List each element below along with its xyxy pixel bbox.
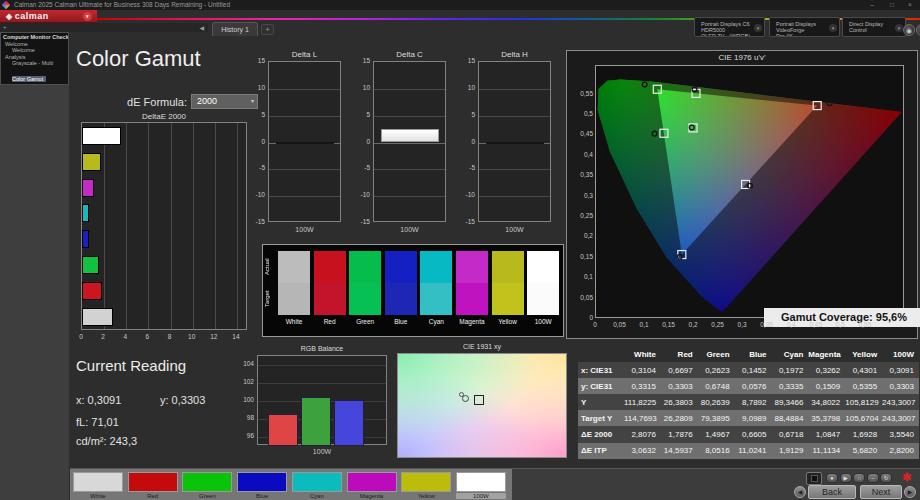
table-cell: 114,7693 bbox=[624, 414, 661, 423]
profile-icon-button[interactable]: ◉ bbox=[903, 24, 915, 36]
tab-history-1[interactable]: History 1 bbox=[212, 22, 258, 36]
transport-button-3[interactable]: − bbox=[867, 473, 879, 483]
next-arrow-icon[interactable]: ▶ bbox=[904, 486, 916, 498]
menu-dropdown-icon[interactable]: ▾ bbox=[83, 12, 92, 21]
delta_c-y-tick: -15 bbox=[358, 218, 370, 225]
swatch-label: Blue bbox=[385, 318, 417, 325]
pattern-patch-green[interactable] bbox=[182, 472, 232, 492]
table-row-y: Y111,822526,380380,26398,789289,346634,8… bbox=[578, 394, 919, 410]
cie1976-y-tick: 0,05 bbox=[569, 294, 593, 301]
delta_l-y-tick: 10 bbox=[253, 84, 265, 91]
table-header-cell: Blue bbox=[735, 350, 772, 359]
meter-device-button[interactable]: Portrait Displays C6 HDR5000 OLED TV - (… bbox=[694, 17, 765, 37]
cie1976-plot: Gamut Coverage: 95,6% bbox=[595, 65, 904, 318]
table-row-label: Y bbox=[578, 398, 624, 407]
delta_c-y-tick: -10 bbox=[358, 191, 370, 198]
next-button[interactable]: Next bbox=[860, 485, 902, 499]
calman-logo-button[interactable]: ◈calman ▾ bbox=[0, 10, 97, 23]
pattern-patch-white[interactable] bbox=[73, 472, 123, 492]
meter-device-label: Portrait Displays C6 HDR5000 bbox=[701, 21, 750, 33]
rgb-balance-xlabel: 100W bbox=[257, 448, 387, 455]
delta_h-y-tick: 10 bbox=[463, 84, 475, 91]
cie1976-y-tick: 0,3 bbox=[569, 192, 593, 199]
transport-button-0[interactable]: ● bbox=[826, 473, 838, 483]
pattern-patch-cyan[interactable] bbox=[292, 472, 342, 492]
pattern-patch-label: Yellow bbox=[401, 493, 451, 499]
pattern-patch-yellow[interactable] bbox=[401, 472, 451, 492]
table-cell: 89,3466 bbox=[771, 398, 808, 407]
collapse-sidebar-icon[interactable]: ◀ bbox=[199, 24, 204, 31]
table-cell: 9,0989 bbox=[735, 414, 772, 423]
delta_c-y-tick: -5 bbox=[358, 164, 370, 171]
pattern-patch-red[interactable] bbox=[128, 472, 178, 492]
rgb-balance-title: RGB Balance bbox=[257, 345, 387, 352]
cie1976-y-tick: 0,15 bbox=[569, 253, 593, 260]
workflow-item-color-gamut[interactable]: Color Gamut bbox=[12, 76, 46, 82]
table-cell: 88,4884 bbox=[771, 414, 808, 423]
cie1976-x-tick: 0,05 bbox=[608, 321, 632, 328]
swatch-label: 100W bbox=[527, 318, 559, 325]
swatch-label: Cyan bbox=[420, 318, 452, 325]
cie1976-x-tick: 0,5 bbox=[828, 321, 852, 328]
generator-dropdown-icon[interactable]: ▾ bbox=[829, 24, 837, 32]
sidebar-header-bar: + ◀ bbox=[0, 23, 208, 32]
delta-c-plot bbox=[373, 61, 446, 222]
table-cell: 1,7876 bbox=[661, 430, 698, 439]
deltae-bar-blue bbox=[82, 230, 89, 248]
swatch-target-red bbox=[314, 283, 346, 315]
delta_l-y-tick: 5 bbox=[253, 111, 265, 118]
de-formula-select[interactable]: 2000 ▾ bbox=[191, 94, 258, 109]
rgb-y-tick: 102 bbox=[240, 378, 254, 385]
delta_c-y-tick: 0 bbox=[358, 138, 370, 145]
cie1976-y-tick: 0,1 bbox=[569, 273, 593, 280]
cie1976-panel: CIE 1976 u'v' bbox=[566, 50, 918, 339]
display-dropdown-icon[interactable]: ▾ bbox=[895, 24, 903, 32]
workflow-tree: Computer Monitor Check 1.1... WelcomeWel… bbox=[0, 32, 69, 85]
current-reading-heading: Current Reading bbox=[76, 357, 186, 374]
table-cell: 79,3895 bbox=[698, 414, 735, 423]
display-status-indicator bbox=[844, 19, 847, 35]
delta_l-y-tick: -10 bbox=[253, 191, 265, 198]
stop-measure-button[interactable] bbox=[806, 472, 822, 485]
close-button[interactable]: × bbox=[902, 0, 918, 10]
delta_c-bar bbox=[381, 129, 439, 142]
table-cell: 0,1972 bbox=[771, 366, 808, 375]
transport-button-1[interactable]: ▶ bbox=[840, 473, 852, 483]
cie1976-x-tick: 0,4 bbox=[779, 321, 803, 328]
pattern-patch-label: 100W bbox=[456, 493, 506, 499]
swatch-label: Magenta bbox=[456, 318, 488, 325]
display-control-button[interactable]: Direct Display Control ▾ bbox=[842, 17, 906, 37]
swatch-actual-cyan bbox=[420, 251, 452, 283]
deltae-x-tick: 0 bbox=[73, 333, 89, 340]
maximize-button[interactable]: □ bbox=[884, 0, 900, 10]
deltae-bar-yellow bbox=[82, 153, 101, 171]
table-row-label: ΔE 2000 bbox=[578, 430, 624, 439]
pattern-patch-blue[interactable] bbox=[237, 472, 287, 492]
calman-brand: calman bbox=[15, 11, 49, 21]
rgb-bar-green bbox=[301, 397, 331, 446]
rgb-bar-blue bbox=[334, 400, 364, 446]
generator-status-indicator bbox=[771, 19, 774, 35]
cie1976-x-tick: 0,2 bbox=[681, 321, 705, 328]
add-tab-button[interactable]: + bbox=[261, 24, 274, 35]
table-cell: 3,0632 bbox=[624, 446, 661, 455]
pattern-patch-100w[interactable] bbox=[456, 472, 506, 492]
pattern-patch-label: Blue bbox=[237, 493, 287, 499]
settings-icon-button[interactable]: ◐ bbox=[916, 24, 920, 36]
transport-button-2[interactable]: ∩ bbox=[853, 473, 865, 483]
generator-device-button[interactable]: Portrait Displays VideoForge Pro 4K ▾ bbox=[769, 17, 840, 37]
meter-dropdown-icon[interactable]: ▾ bbox=[754, 24, 762, 32]
deltae-bar-white bbox=[82, 308, 113, 326]
back-button[interactable]: Back bbox=[808, 485, 856, 499]
transport-button-4[interactable]: ↻ bbox=[880, 473, 892, 483]
pattern-patch-magenta[interactable] bbox=[347, 472, 397, 492]
table-header-cell: Red bbox=[661, 350, 698, 359]
add-page-icon[interactable]: + bbox=[3, 24, 7, 30]
minimize-button[interactable]: – bbox=[864, 0, 880, 10]
cie1976-x-tick: 0,3 bbox=[730, 321, 754, 328]
table-cell: 105,6704 bbox=[845, 414, 882, 423]
table-row-label: Target Y bbox=[578, 414, 624, 423]
back-arrow-icon[interactable]: ◀ bbox=[794, 486, 806, 498]
swatch-label: Red bbox=[314, 318, 346, 325]
cie1931-target-marker bbox=[474, 395, 484, 405]
